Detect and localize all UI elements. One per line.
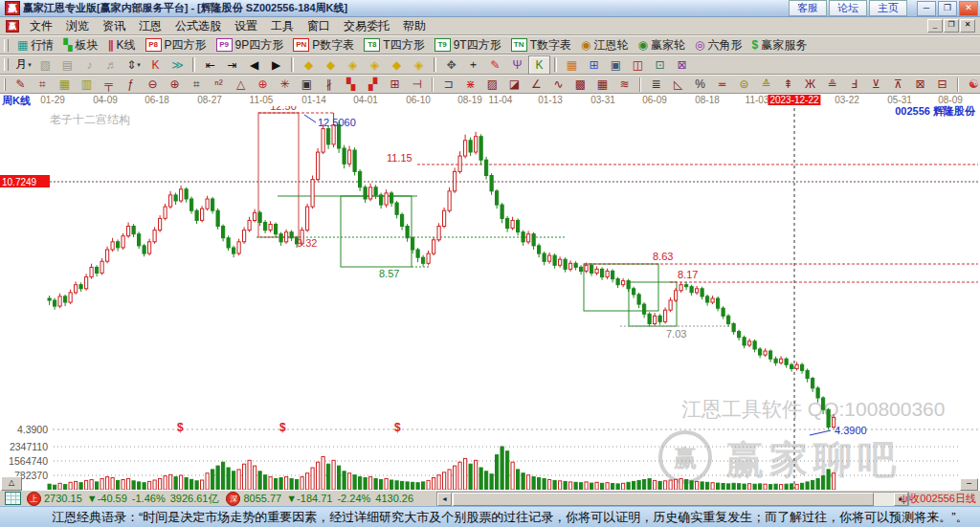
menu-item-6[interactable]: 工具	[264, 17, 301, 35]
feature-kline-button[interactable]: ∥K线	[103, 37, 141, 54]
draw-tool-0-5-icon[interactable]: ƒ	[120, 75, 142, 94]
draw-tool-0-9-icon[interactable]: ⁿ²	[208, 75, 230, 94]
draw-tool-2-6-icon[interactable]: ⇞	[777, 75, 799, 94]
nav-tool-0-2-icon[interactable]: ▤	[56, 55, 78, 75]
draw-tool-2-3-icon[interactable]: ≖	[711, 75, 733, 94]
draw-tool-2-13-icon[interactable]: ⊟	[931, 75, 953, 94]
feature-winner-wheel-button[interactable]: ◉赢家轮	[634, 37, 690, 54]
draw-tool-1-1-icon[interactable]: ⋇	[459, 75, 481, 94]
draw-tool-0-3-icon[interactable]: ▥	[76, 75, 98, 94]
mdi-button-0[interactable]: _	[927, 19, 943, 33]
draw-tool-3-0-icon[interactable]: ☯	[963, 75, 980, 94]
draw-tool-0-7-icon[interactable]: ⊕	[164, 75, 186, 94]
draw-tool-1-6-icon[interactable]: ▩	[569, 75, 591, 94]
mdi-button-1[interactable]: ❐	[944, 19, 959, 33]
feature-winner-service-button[interactable]: $赢家服务	[746, 37, 812, 54]
scroll-thumb[interactable]	[453, 493, 874, 506]
candlestick-volume-svg[interactable]: 江恩工具软件 QQ:100800360赢赢家聊吧10.72494.3900234…	[0, 94, 980, 490]
menu-item-5[interactable]: 设置	[228, 17, 264, 35]
menu-item-7[interactable]: 窗口	[301, 17, 337, 35]
menu-item-8[interactable]: 交易委托	[337, 17, 396, 35]
service-button-2[interactable]: 主页	[869, 0, 907, 16]
nav-tool-4-0-icon[interactable]: ▦	[561, 55, 583, 75]
pane-collapse-button[interactable]: –	[960, 478, 978, 491]
draw-tool-0-14-icon[interactable]: ∦	[318, 75, 340, 94]
nav-tool-0-7-icon[interactable]: ≫	[167, 55, 189, 75]
nav-tool-0-0-icon[interactable]: 月▾	[12, 55, 34, 75]
draw-tool-0-11-icon[interactable]: ⊕	[252, 75, 274, 94]
sh-index-icon[interactable]: 上	[27, 492, 41, 506]
menu-item-4[interactable]: 公式选股	[168, 17, 228, 35]
nav-tool-2-4-icon[interactable]: ◆	[386, 55, 408, 75]
sz-index-icon[interactable]: 深	[226, 492, 240, 506]
nav-tool-2-3-icon[interactable]: ◈	[364, 55, 386, 75]
chart-scrollbar[interactable]: ◄ ►	[436, 492, 909, 507]
draw-tool-2-8-icon[interactable]: ≗	[821, 75, 843, 94]
draw-tool-2-4-icon[interactable]: ⊜	[733, 75, 755, 94]
feature-t-number-table-button[interactable]: TNT数字表	[506, 37, 576, 54]
service-button-0[interactable]: 客服	[789, 0, 827, 16]
menu-item-9[interactable]: 帮助	[396, 17, 433, 35]
nav-tool-0-6-icon[interactable]: K	[145, 55, 167, 75]
maximize-button[interactable]: ❐	[938, 1, 957, 16]
draw-tool-0-1-icon[interactable]: ⌗	[32, 75, 54, 94]
draw-tool-0-17-icon[interactable]: ⊞	[384, 75, 406, 94]
draw-tool-1-3-icon[interactable]: ◪	[503, 75, 525, 94]
draw-tool-1-7-icon[interactable]: ▦	[591, 75, 613, 94]
pane-expand-button[interactable]: △	[1, 476, 22, 491]
nav-tool-2-5-icon[interactable]: ◈	[408, 55, 430, 75]
feature-9t-square-button[interactable]: T99T四方形	[430, 37, 506, 54]
draw-tool-2-5-icon[interactable]: ≙	[755, 75, 777, 94]
draw-tool-0-18-icon[interactable]: ⊣	[406, 75, 428, 94]
draw-tool-2-11-icon[interactable]: ⊼	[887, 75, 909, 94]
feature-9p-square-button[interactable]: P99P四方形	[212, 37, 289, 54]
draw-tool-1-0-icon[interactable]: ⊐	[437, 75, 459, 94]
nav-tool-3-0-icon[interactable]: ✥	[440, 55, 462, 75]
nav-tool-2-2-icon[interactable]: ◈	[342, 55, 364, 75]
feature-p-number-table-button[interactable]: PNP数字表	[288, 37, 359, 54]
draw-tool-0-8-icon[interactable]: ⌗	[186, 75, 208, 94]
nav-tool-4-1-icon[interactable]: ⊞	[583, 55, 605, 75]
nav-tool-3-4-icon[interactable]: K	[528, 55, 550, 75]
nav-tool-0-4-icon[interactable]: ♬	[100, 55, 122, 75]
menu-item-0[interactable]: 文件	[23, 17, 59, 35]
service-button-1[interactable]: 论坛	[829, 0, 867, 16]
draw-tool-2-2-icon[interactable]: %	[689, 75, 711, 94]
minimize-button[interactable]: ─	[917, 1, 936, 16]
draw-tool-2-10-icon[interactable]: ⊻	[865, 75, 887, 94]
nav-tool-2-1-icon[interactable]: ◆	[320, 55, 342, 75]
menu-item-1[interactable]: 浏览	[59, 17, 96, 35]
nav-tool-2-0-icon[interactable]: ◆	[298, 55, 320, 75]
draw-tool-2-1-icon[interactable]: ◺	[667, 75, 689, 94]
quotes-grid-icon[interactable]	[5, 492, 21, 505]
nav-tool-1-3-icon[interactable]: ▶	[265, 55, 287, 75]
draw-tool-0-2-icon[interactable]: ▦	[54, 75, 76, 94]
nav-tool-4-4-icon[interactable]: ⊡	[649, 55, 671, 75]
draw-tool-2-0-icon[interactable]: ≣	[645, 75, 667, 94]
draw-tool-1-5-icon[interactable]: ∿	[547, 75, 569, 94]
feature-p-square-button[interactable]: P8P四方形	[141, 37, 212, 54]
draw-tool-0-13-icon[interactable]: ▣	[296, 75, 318, 94]
nav-tool-3-2-icon[interactable]: ✎	[484, 55, 506, 75]
draw-tool-2-7-icon[interactable]: Ж	[799, 75, 821, 94]
nav-tool-3-3-icon[interactable]: Ψ	[506, 55, 528, 75]
menu-item-2[interactable]: 资讯	[96, 17, 132, 35]
nav-tool-0-3-icon[interactable]: ♪	[78, 55, 100, 75]
draw-tool-0-16-icon[interactable]: ▞	[362, 75, 384, 94]
nav-tool-1-0-icon[interactable]: ⇤	[199, 55, 221, 75]
draw-tool-1-4-icon[interactable]: ∠	[525, 75, 547, 94]
kline-chart-pane[interactable]: 江恩工具软件 QQ:100800360赢赢家聊吧10.72494.3900234…	[0, 94, 980, 490]
nav-tool-4-2-icon[interactable]: ▣	[605, 55, 627, 75]
draw-tool-0-0-icon[interactable]: ✎	[10, 75, 32, 94]
draw-tool-0-12-icon[interactable]: ✳	[274, 75, 296, 94]
feature-hexagon-button[interactable]: ◎六角形	[690, 37, 746, 54]
nav-tool-0-1-icon[interactable]: ▧	[34, 55, 56, 75]
receive-daily-link[interactable]: 收002556日线	[909, 492, 978, 506]
draw-tool-0-4-icon[interactable]: ╤	[98, 75, 120, 94]
draw-tool-1-2-icon[interactable]: ▨	[481, 75, 503, 94]
menu-item-3[interactable]: 江恩	[132, 17, 168, 35]
draw-tool-2-12-icon[interactable]: ⊠	[909, 75, 931, 94]
nav-tool-0-5-icon[interactable]: ⇕▾	[122, 55, 145, 75]
feature-quotes-button[interactable]: ▦行情	[12, 37, 58, 54]
title-bar[interactable]: 赢 赢家江恩专业版[赢家内部服务平台] - [辉隆股份 SZ002556-184…	[0, 0, 980, 17]
